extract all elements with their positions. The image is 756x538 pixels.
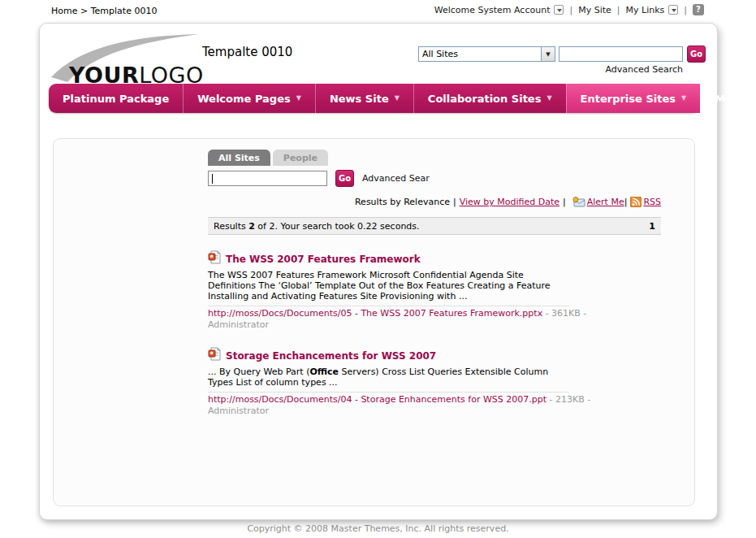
- topbar-divider: |: [617, 5, 620, 15]
- search-row: Go Advanced Sear: [208, 170, 661, 187]
- view-by-modified-date-link[interactable]: View by Modified Date: [460, 197, 559, 207]
- my-links-label: My Links: [626, 5, 665, 15]
- chevron-down-icon: [668, 5, 678, 15]
- search-scope-select[interactable]: All Sites ▼: [418, 46, 555, 62]
- breadcrumb: Home > Template 0010: [51, 6, 157, 16]
- tab-all-sites[interactable]: All Sites: [208, 150, 270, 166]
- main-navigation: Platinum Package Welcome Pages ▼ News Si…: [49, 84, 699, 113]
- result-url-line: http://moss/Docs/Documents/04 - Storage …: [208, 394, 583, 405]
- alert-me-icon: [572, 197, 585, 210]
- result-title-link[interactable]: The WSS 2007 Features Framework: [226, 254, 421, 265]
- results-toolbar: Results by Relevance|View by Modified Da…: [208, 197, 661, 210]
- result-file-size: - 213KB -: [546, 394, 590, 405]
- search-input[interactable]: [209, 174, 326, 188]
- toolbar-divider: |: [453, 197, 456, 207]
- result-description: ... By Query Web Part (Office Servers) C…: [208, 367, 569, 388]
- rss-icon: [630, 197, 642, 210]
- search-result-item: The WSS 2007 Features Framework The WSS …: [208, 250, 583, 330]
- search-input-box: [208, 171, 327, 186]
- main-card: YOURLOGO Tempalte 0010 All Sites ▼ Go Ad…: [39, 23, 718, 520]
- search-scope-tabs: All Sites People: [208, 150, 661, 166]
- nav-item-enterprise-sites[interactable]: Enterprise Sites ▼: [566, 84, 701, 113]
- search-center: All Sites People Go Advanced Sear Result…: [208, 150, 661, 433]
- my-links-menu[interactable]: My Links: [626, 5, 679, 15]
- search-go-button[interactable]: Go: [335, 170, 354, 187]
- advanced-search-link[interactable]: Advanced Sear: [362, 173, 430, 184]
- chevron-down-icon: ▼: [395, 95, 400, 102]
- search-result-item: Storage Enchancements for WSS 2007 ... B…: [208, 347, 583, 416]
- chevron-down-icon: ▼: [546, 95, 551, 102]
- topbar-right-menu: Welcome System Account | My Site | My Li…: [434, 4, 704, 15]
- result-divider: [208, 392, 569, 393]
- nav-item-label: News Site: [330, 93, 389, 105]
- result-url-link[interactable]: http://moss/Docs/Documents/04 - Storage …: [208, 394, 546, 405]
- chevron-down-icon: [554, 5, 564, 15]
- breadcrumb-home-link[interactable]: Home: [51, 6, 77, 16]
- breadcrumb-current: Template 0010: [91, 6, 158, 16]
- result-author: Administrator: [208, 406, 583, 416]
- help-icon[interactable]: ?: [693, 4, 704, 15]
- my-site-link[interactable]: My Site: [578, 5, 611, 15]
- search-scope-value: All Sites: [419, 49, 541, 59]
- chevron-down-icon: ▼: [296, 95, 301, 102]
- tab-people[interactable]: People: [273, 150, 328, 166]
- nav-item-label: Welcome Pages: [197, 93, 291, 105]
- nav-item-welcome-pages[interactable]: Welcome Pages ▼: [183, 84, 315, 113]
- toolbar-divider: |: [563, 197, 566, 207]
- topbar-divider: |: [684, 5, 687, 15]
- nav-item-label: Enterprise Sites: [581, 93, 676, 105]
- result-title-link[interactable]: Storage Enchancements for WSS 2007: [226, 350, 436, 362]
- result-url-link[interactable]: http://moss/Docs/Documents/05 - The WSS …: [208, 308, 542, 319]
- select-dropdown-icon[interactable]: ▼: [541, 47, 555, 61]
- header-search-input[interactable]: [559, 46, 683, 62]
- content-panel: All Sites People Go Advanced Sear Result…: [53, 138, 695, 506]
- top-bar: Home > Template 0010 Welcome System Acco…: [0, 0, 756, 21]
- alert-me-link[interactable]: Alert Me: [587, 197, 624, 207]
- result-divider: [208, 306, 569, 306]
- nav-item-label: Collaboration Sites: [428, 93, 542, 105]
- copyright-footer: Copyright © 2008 Master Themes, Inc. All…: [0, 523, 756, 534]
- result-file-size: - 361KB -: [542, 308, 586, 319]
- results-summary: Results 2 of 2. Your search took 0.22 se…: [214, 221, 420, 232]
- welcome-account-menu[interactable]: Welcome System Account: [434, 5, 564, 15]
- alert-divider: |: [624, 197, 628, 207]
- page-number[interactable]: 1: [649, 221, 655, 232]
- topbar-divider: |: [569, 5, 572, 15]
- nav-item-collaboration-sites[interactable]: Collaboration Sites ▼: [413, 84, 566, 113]
- nav-item-platinum-package[interactable]: Platinum Package: [49, 84, 183, 113]
- text-caret: [212, 174, 213, 184]
- header-advanced-search-link[interactable]: Advanced Search: [559, 64, 683, 75]
- welcome-account-label: Welcome System Account: [434, 5, 551, 15]
- breadcrumb-separator: >: [80, 6, 88, 16]
- powerpoint-file-icon: [208, 250, 222, 267]
- nav-item-label: Platinum Package: [63, 93, 169, 105]
- nav-item-label: Meeting Sites: [715, 93, 756, 105]
- result-description: The WSS 2007 Features Framework Microsof…: [208, 270, 569, 302]
- sort-by-relevance-label: Results by Relevance: [355, 197, 450, 207]
- chevron-down-icon: ▼: [681, 95, 686, 102]
- powerpoint-file-icon: [208, 347, 222, 364]
- results-summary-bar: Results 2 of 2. Your search took 0.22 se…: [208, 217, 661, 235]
- page-title: Tempalte 0010: [202, 45, 292, 59]
- nav-item-news-site[interactable]: News Site ▼: [315, 84, 413, 113]
- search-results-list: The WSS 2007 Features Framework The WSS …: [208, 250, 583, 416]
- nav-item-meeting-sites[interactable]: Meeting Sites ▼: [700, 84, 756, 113]
- result-author: Administrator: [208, 319, 583, 330]
- header-go-button[interactable]: Go: [687, 46, 706, 63]
- result-url-line: http://moss/Docs/Documents/05 - The WSS …: [208, 308, 583, 319]
- rss-link[interactable]: RSS: [643, 197, 661, 207]
